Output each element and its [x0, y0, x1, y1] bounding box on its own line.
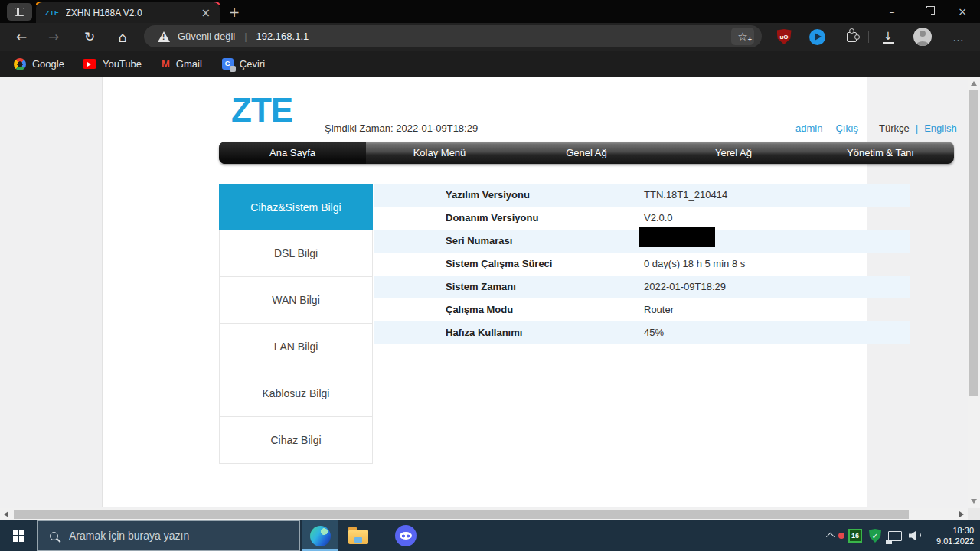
youtube-icon: [83, 59, 96, 69]
windows-logo-icon: [13, 530, 24, 542]
info-label: Donanım Versiyonu: [446, 207, 538, 230]
info-value: 2022-01-09T18:29: [644, 276, 726, 298]
info-label: Seri Numarası: [446, 230, 512, 253]
nav-tab-management[interactable]: Yönetim & Tanı: [807, 142, 954, 164]
gmail-icon: M: [162, 58, 170, 70]
nav-tab-easy-menu[interactable]: Kolay Menü: [366, 142, 513, 164]
bookmark-label: Google: [32, 58, 64, 70]
restore-icon: [924, 8, 931, 15]
session-links: admin Çıkış Türkçe | English: [795, 122, 957, 134]
bookmark-gmail[interactable]: M Gmail: [157, 54, 207, 74]
home-button[interactable]: ⌂: [111, 23, 134, 51]
bookmark-label: Çeviri: [240, 58, 265, 70]
minimize-button[interactable]: –: [874, 0, 910, 23]
blue-extension-button[interactable]: [806, 23, 828, 51]
browser-tab[interactable]: ZTE ZXHN H168A V2.0 ×: [36, 2, 220, 23]
back-button[interactable]: ←: [10, 23, 33, 51]
taskbar-file-explorer-button[interactable]: [340, 520, 377, 551]
router-page-content: ZTE Şimdiki Zaman: 2022-01-09T18:29 admi…: [102, 77, 867, 507]
sidebar-item-wireless-info[interactable]: Kablosuz Bilgi: [219, 370, 373, 417]
tab-actions-button[interactable]: [7, 3, 32, 21]
toolbar-divider: [868, 31, 869, 43]
main-navbar: Ana Sayfa Kolay Menü Genel Ağ Yerel Ağ Y…: [219, 142, 954, 164]
info-row: Donanım Versiyonu V2.0.0: [374, 207, 910, 230]
start-button[interactable]: [0, 520, 37, 551]
horizontal-scrollbar[interactable]: [0, 508, 968, 520]
profile-button[interactable]: [912, 23, 933, 51]
current-time-label: Şimdiki Zaman: 2022-01-09T18:29: [325, 122, 478, 134]
info-value: TTN.18T1_210414: [644, 184, 727, 207]
taskbar-search-box[interactable]: [37, 520, 300, 551]
restore-button[interactable]: [910, 0, 945, 23]
nav-tab-wan[interactable]: Genel Ağ: [513, 142, 660, 164]
address-bar[interactable]: Güvenli değil | 192.168.1.1: [144, 25, 762, 47]
scroll-left-icon[interactable]: [4, 511, 8, 517]
info-value: 45%: [644, 321, 664, 344]
sidebar-item-lan-info[interactable]: LAN Bilgi: [219, 324, 373, 370]
info-label: Sistem Zamanı: [446, 276, 516, 298]
network-icon[interactable]: [888, 531, 902, 541]
scroll-right-icon[interactable]: [959, 511, 964, 517]
downloads-button[interactable]: ↓: [877, 23, 899, 51]
sidebar-item-device-system-info[interactable]: Cihaz&Sistem Bilgi: [219, 184, 373, 230]
tab-close-icon[interactable]: ×: [198, 6, 214, 20]
folder-icon: [348, 530, 368, 544]
not-secure-warning-icon: [158, 31, 170, 42]
system-tray: 16 ✓ 18:30 9.01.2022: [828, 520, 974, 551]
ublock-shield-icon: [777, 29, 792, 44]
tray-date: 9.01.2022: [936, 536, 974, 546]
tray-ublock-badge[interactable]: 16: [848, 529, 862, 543]
zte-favicon-icon: ZTE: [45, 9, 60, 17]
new-tab-button[interactable]: +: [227, 5, 242, 21]
info-row: Çalışma Modu Router: [374, 298, 910, 321]
window-controls: – ×: [874, 0, 980, 23]
security-shield-icon[interactable]: ✓: [869, 529, 881, 543]
refresh-button[interactable]: ↻: [78, 23, 101, 51]
nav-tab-home[interactable]: Ana Sayfa: [219, 142, 366, 164]
bookmark-translate[interactable]: G Çeviri: [217, 54, 270, 74]
info-label: Hafıza Kullanımı: [446, 321, 522, 344]
ublock-extension-button[interactable]: [773, 23, 795, 51]
language-english-link[interactable]: English: [924, 122, 957, 134]
page-viewport: ZTE Şimdiki Zaman: 2022-01-09T18:29 admi…: [0, 77, 980, 520]
screen: ZTE ZXHN H168A V2.0 × + – × ← → ↻ ⌂ Güve…: [0, 0, 980, 551]
search-input[interactable]: [69, 530, 268, 542]
forward-button[interactable]: →: [42, 23, 65, 51]
vertical-scrollbar-thumb[interactable]: [969, 90, 978, 396]
tab-title: ZXHN H168A V2.0: [66, 8, 198, 18]
horizontal-scrollbar-thumb[interactable]: [14, 510, 909, 519]
info-row: Hafıza Kullanımı 45%: [374, 321, 910, 344]
taskbar-clock[interactable]: 18:30 9.01.2022: [931, 525, 974, 546]
info-label: Çalışma Modu: [446, 298, 513, 321]
volume-button[interactable]: [909, 530, 921, 541]
vertical-scrollbar[interactable]: [968, 77, 980, 507]
add-favorite-button[interactable]: [731, 28, 754, 45]
scroll-down-icon[interactable]: [971, 499, 977, 504]
tray-time: 18:30: [952, 526, 974, 535]
logout-link[interactable]: Çıkış: [835, 122, 858, 134]
search-icon: [50, 532, 58, 540]
info-row: Sistem Zamanı 2022-01-09T18:29: [374, 276, 910, 298]
security-label[interactable]: Güvenli değil: [178, 31, 235, 42]
bookmark-label: YouTube: [103, 58, 142, 70]
admin-user-link[interactable]: admin: [795, 122, 822, 134]
sidebar-item-dsl-info[interactable]: DSL Bilgi: [219, 230, 373, 277]
vertical-tabs-icon: [15, 8, 24, 16]
bookmark-youtube[interactable]: YouTube: [78, 54, 146, 74]
nav-tab-lan[interactable]: Yerel Ağ: [660, 142, 807, 164]
bookmark-google[interactable]: Google: [9, 54, 69, 74]
taskbar-edge-button[interactable]: [302, 520, 338, 551]
discord-icon: [395, 525, 416, 546]
taskbar-discord-button[interactable]: [387, 520, 424, 551]
sidebar-item-wan-info[interactable]: WAN Bilgi: [219, 277, 373, 324]
extensions-menu-button[interactable]: [841, 23, 862, 51]
info-row: Sistem Çalışma Süreci 0 day(s) 18 h 5 mi…: [374, 253, 910, 276]
url-text[interactable]: 192.168.1.1: [256, 31, 731, 42]
redacted-serial-number: [639, 227, 715, 247]
sidebar-item-device-info[interactable]: Cihaz Bilgi: [219, 417, 373, 464]
scroll-up-icon[interactable]: [971, 81, 977, 86]
browser-menu-button[interactable]: …: [948, 23, 969, 51]
zte-logo: ZTE: [231, 91, 292, 129]
close-button[interactable]: ×: [945, 0, 980, 23]
info-label: Yazılım Versiyonu: [446, 184, 530, 207]
